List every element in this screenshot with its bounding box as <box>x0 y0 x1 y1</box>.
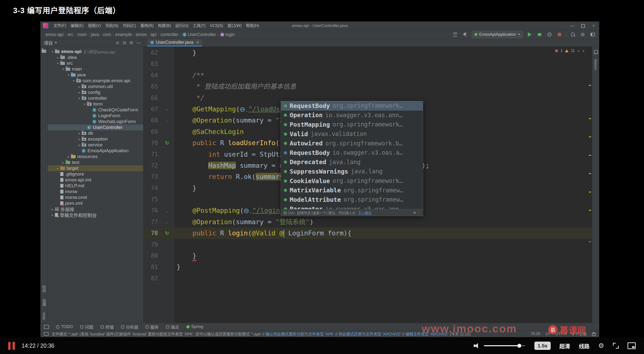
spring-endpoint-icon[interactable]: ↻ <box>165 140 169 146</box>
project-tool-title[interactable]: 项目 <box>44 40 53 46</box>
status-link[interactable]: 将此模式还原为文件类型 'ARCHIVE' <box>338 332 401 336</box>
completion-item[interactable]: ModelAttributeorg.springframew… <box>281 195 423 204</box>
menu-item[interactable]: 重构(R) <box>138 22 156 30</box>
quality-button[interactable]: 超清 <box>560 342 570 350</box>
panel-settings-icon[interactable]: ⚙ <box>130 40 133 46</box>
menu-item[interactable]: 工具(T) <box>190 22 208 30</box>
code-line[interactable]: 78↻ public R login(@Valid @ LoginForm fo… <box>144 228 592 239</box>
code-line[interactable]: 80 } <box>144 250 592 261</box>
tree-item[interactable]: CUserController <box>48 125 143 130</box>
breadcrumb-item[interactable]: emos <box>136 32 146 37</box>
tree-item[interactable]: ▸common.util <box>48 84 143 90</box>
hide-panel-icon[interactable]: — <box>136 40 141 46</box>
tree-item[interactable]: .gitignore <box>48 171 143 177</box>
menu-item[interactable]: 文件(F) <box>51 22 68 30</box>
tree-arrow-icon[interactable]: ▾ <box>82 102 87 106</box>
tree-item[interactable]: ▸target <box>48 165 143 171</box>
code-line[interactable]: 63 <box>144 58 592 70</box>
tree-item[interactable]: ▸db <box>48 130 143 136</box>
collapse-all-icon[interactable]: ⊟ <box>123 40 126 46</box>
caret-position[interactable]: 78:26 <box>530 332 540 336</box>
completion-item[interactable]: Parameterio.swagger.v3.oas.ann… <box>281 204 423 209</box>
breadcrumb-item[interactable]: api <box>151 32 156 37</box>
pip-icon[interactable] <box>628 342 636 349</box>
tree-item[interactable]: ▸草稿文件和控制台 <box>48 212 143 218</box>
breadcrumb-item[interactable]: controller <box>161 32 178 37</box>
tree-item[interactable]: ▸test <box>48 160 143 165</box>
tree-arrow-icon[interactable]: ▸ <box>77 137 82 141</box>
line-button[interactable]: 线路 <box>579 342 590 350</box>
completion-item[interactable]: Autowiredorg.springframework.b… <box>281 139 423 148</box>
volume-knob[interactable] <box>518 344 521 348</box>
completion-item[interactable]: Validjavax.validation <box>281 129 423 139</box>
url-globe-icon[interactable] <box>240 107 245 112</box>
search-everywhere-button[interactable] <box>570 31 576 38</box>
tree-item[interactable]: ▸resources <box>48 154 143 160</box>
tree-item[interactable]: ▾main <box>48 66 143 72</box>
tool-window-button[interactable]: 终端 <box>100 324 114 330</box>
breadcrumb-item[interactable]: main <box>77 32 87 37</box>
menu-item[interactable]: VCS(S) <box>208 22 225 30</box>
tree-item[interactable]: CCheckQrCodeForm <box>48 107 143 113</box>
tool-window-button[interactable]: 端点 <box>166 324 179 330</box>
profiler-button[interactable] <box>546 31 553 38</box>
more-options-icon[interactable]: ⚙ ⋮ <box>413 211 420 215</box>
completion-item[interactable]: CookieValueorg.springframework… <box>281 176 423 186</box>
menu-item[interactable]: 窗口(W) <box>225 22 244 30</box>
notifications-bell-icon[interactable] <box>594 50 598 54</box>
tree-item[interactable]: pom.xml <box>48 200 143 206</box>
fold-arrow-icon[interactable]: ⌄ <box>166 107 169 111</box>
chevron-down-icon[interactable] <box>55 42 57 44</box>
tree-item[interactable]: HELP.md <box>48 183 143 189</box>
menu-item[interactable]: 代码(C) <box>120 22 138 30</box>
tree-item[interactable]: ▸config <box>48 90 143 95</box>
completion-item[interactable]: MatrixVariableorg.springframew… <box>281 186 423 195</box>
tree-arrow-icon[interactable]: ▾ <box>77 97 82 100</box>
menu-item[interactable]: 运行(U) <box>173 22 190 30</box>
tree-item[interactable]: ▸exception <box>48 136 143 142</box>
stripe-tool-label[interactable]: Web <box>42 312 46 320</box>
settings-button[interactable]: ⚙ <box>579 31 586 38</box>
editor-tab[interactable]: C UserController.java ✕ <box>147 39 202 47</box>
speed-button[interactable]: 1.5x <box>534 341 551 350</box>
tree-item[interactable]: ▾com.example.emos.api <box>48 78 143 84</box>
tree-arrow-icon[interactable]: ▸ <box>77 85 82 89</box>
layout-button[interactable] <box>589 31 596 38</box>
tree-arrow-icon[interactable]: ▸ <box>66 155 71 159</box>
breadcrumb-item[interactable]: src <box>68 32 74 37</box>
fold-arrow-icon[interactable]: ⌄ <box>166 209 169 213</box>
stripe-tool-label[interactable]: 结构 <box>42 285 47 292</box>
tree-arrow-icon[interactable]: ▸ <box>77 91 82 94</box>
tree-item[interactable]: mvnw.cmd <box>48 194 143 200</box>
tool-window-button[interactable]: TODO <box>56 324 73 330</box>
debug-button[interactable] <box>536 31 543 38</box>
stop-button[interactable] <box>556 31 563 38</box>
tree-item[interactable]: mvnw <box>48 189 143 194</box>
breadcrumb-item[interactable]: CUserController <box>182 32 216 37</box>
stripe-tool-label[interactable]: Maven <box>594 59 598 70</box>
tree-item[interactable]: ▾emos-apiE:\项目\emos-api <box>48 49 143 55</box>
breadcrumb-item[interactable]: java <box>91 32 99 37</box>
tree-arrow-icon[interactable]: ▸ <box>50 207 55 211</box>
tree-item[interactable]: ▸外部库 <box>48 206 143 212</box>
tree-arrow-icon[interactable]: ▸ <box>56 56 60 59</box>
menu-item[interactable]: 构建(B) <box>156 22 173 30</box>
tree-item[interactable]: CEmosApiApplication <box>48 148 143 154</box>
breadcrumb-item[interactable]: emos-api <box>46 32 64 37</box>
tree-item[interactable]: ▾form <box>48 101 143 107</box>
tree-item[interactable]: CLoginForm <box>48 113 143 119</box>
completion-item[interactable]: PostMappingorg.springframework… <box>281 120 423 129</box>
maximize-icon[interactable] <box>578 22 588 30</box>
tree-arrow-icon[interactable]: ▾ <box>56 62 60 65</box>
next-problem-icon[interactable]: ∨ <box>582 49 585 53</box>
volume-slider[interactable] <box>484 345 525 346</box>
vcs-update-icon[interactable] <box>452 31 458 38</box>
code-line[interactable]: 79 <box>144 239 592 250</box>
tree-arrow-icon[interactable]: ▸ <box>61 161 66 164</box>
pause-button[interactable] <box>8 342 15 350</box>
tree-arrow-icon[interactable]: ▾ <box>61 67 66 71</box>
fullscreen-icon[interactable] <box>613 343 619 349</box>
tool-window-button[interactable]: 分析器 <box>121 324 138 330</box>
menu-item[interactable]: 编辑(E) <box>68 22 86 30</box>
code-line[interactable]: 77⌄ @Operation(summary = "登陆系统") <box>144 216 592 228</box>
